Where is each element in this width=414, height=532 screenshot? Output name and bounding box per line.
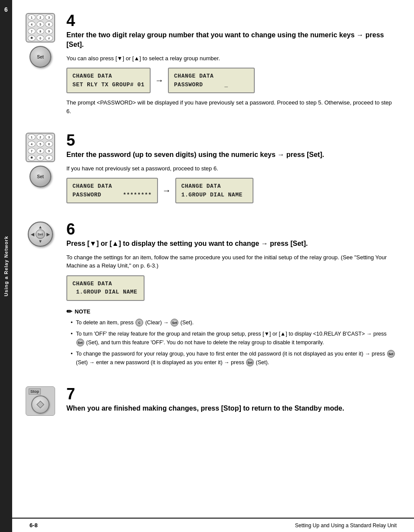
side-tab: 6 Using a Relay Network — [0, 0, 12, 532]
note-item-1: To delete an item, press C (Clear) → Set… — [71, 318, 397, 327]
arrow-left-icon: ◀ — [31, 232, 34, 237]
side-tab-label: Using a Relay Network — [3, 236, 9, 297]
step-6-row: ▲ ▼ ◀ ▶ Set 6 Press [▼] or [▲] to displa… — [21, 222, 397, 373]
key-0: 0 — [36, 35, 44, 41]
numpad-grid: 1 2 3 4 5 6 7 8 9 ✱ 0 # — [26, 13, 54, 42]
key-hashb: # — [45, 155, 53, 161]
note-item-3: To change the password for your relay gr… — [71, 349, 397, 367]
step-4-icons: 1 2 3 4 5 6 7 8 9 ✱ 0 # — [21, 13, 60, 68]
step-4-arrow: → — [155, 75, 164, 85]
set-inline-icon-2: Set — [76, 339, 84, 346]
set-button-icon: Set — [30, 46, 51, 68]
step-4-title: Enter the two digit relay group number t… — [66, 30, 397, 50]
key-1: 1 — [28, 14, 36, 20]
step-6-body: To change the settings for an item, foll… — [66, 253, 397, 270]
step-5-title: Enter the password (up to seven digits) … — [66, 150, 397, 160]
key-hash: # — [45, 35, 53, 41]
step-5-number: 5 — [66, 133, 397, 148]
pencil-icon: ✏ — [66, 307, 72, 316]
step-6-lcd-container: CHANGE DATA 1.GROUP DIAL NAME — [66, 275, 397, 301]
step-5-content: 5 Enter the password (up to seven digits… — [60, 133, 397, 209]
key-7: 7 — [28, 28, 36, 34]
step-4-lcd-container: CHANGE DATASET RLY TX GROUP# 01 → CHANGE… — [66, 68, 397, 93]
note-section: ✏ NOTE To delete an item, press C (Clear… — [66, 307, 397, 367]
step-6-lcd-single: CHANGE DATA 1.GROUP DIAL NAME — [66, 275, 145, 301]
key-7b: 7 — [28, 148, 36, 154]
key-4: 4 — [28, 21, 36, 27]
step-5-lcd-right: CHANGE DATA1.GROUP DIAL NAME — [175, 178, 253, 203]
step-5-lcd-left: CHANGE DATAPASSWORD ******** — [66, 178, 158, 203]
arrow-right-icon: ▶ — [46, 232, 50, 237]
key-6b: 6 — [45, 141, 53, 147]
step-4-lcd-left: CHANGE DATASET RLY TX GROUP# 01 — [66, 68, 151, 93]
step-4-body: You can also press [▼] or [▲] to select … — [66, 54, 397, 63]
step-5-icons: 1 2 3 4 5 6 7 8 9 ✱ 0 # Set — [21, 133, 60, 187]
set-inline-icon-1: Set — [171, 319, 178, 326]
stop-button-icon: Stop — [26, 386, 55, 416]
arrow-center-set: Set — [36, 229, 45, 239]
key-9b: 9 — [45, 148, 53, 154]
step-4-lcd-right: CHANGE DATAPASSWORD _ — [168, 68, 255, 93]
note-header: ✏ NOTE — [66, 307, 397, 316]
set-button-label: Set — [37, 55, 44, 59]
stop-button-label: Stop — [29, 388, 41, 395]
step-7-title: When you are finished making changes, pr… — [66, 404, 397, 413]
numpad-grid-5: 1 2 3 4 5 6 7 8 9 ✱ 0 # — [26, 133, 54, 162]
numpad-icon-5: 1 2 3 4 5 6 7 8 9 ✱ 0 # — [26, 133, 55, 162]
step-5-body: If you have not previously set a passwor… — [66, 164, 397, 173]
note-body: To delete an item, press C (Clear) → Set… — [66, 318, 397, 367]
stop-button-circle — [31, 395, 49, 414]
step-5-lcd-container: CHANGE DATAPASSWORD ******** → CHANGE DA… — [66, 178, 397, 203]
chapter-number: 6 — [0, 4, 12, 15]
set-inline-icon-4: Set — [246, 359, 254, 366]
set-inline-icon-3: Set — [387, 350, 395, 358]
footer-page-number: 6-8 — [30, 522, 38, 529]
key-2b: 2 — [36, 134, 44, 140]
key-2: 2 — [36, 14, 44, 20]
step-4-number: 4 — [66, 13, 397, 29]
note-item-2: To turn 'OFF' the relay feature for the … — [71, 330, 397, 347]
key-9: 9 — [45, 28, 53, 34]
clear-icon: C — [135, 319, 143, 326]
key-5b: 5 — [36, 141, 44, 147]
key-0b: 0 — [36, 155, 44, 161]
footer-description: Setting Up and Using a Standard Relay Un… — [295, 522, 397, 529]
key-8: 8 — [36, 28, 44, 34]
arrow-button-icon: ▲ ▼ ◀ ▶ Set — [28, 222, 53, 247]
page-footer: 6-8 Setting Up and Using a Standard Rela… — [12, 518, 414, 532]
step-7-number: 7 — [66, 386, 397, 402]
step-5-row: 1 2 3 4 5 6 7 8 9 ✱ 0 # Set — [21, 133, 397, 209]
key-1b: 1 — [28, 134, 36, 140]
key-4b: 4 — [28, 141, 36, 147]
key-5: 5 — [36, 21, 44, 27]
step-5-arrow: → — [162, 186, 171, 196]
key-star: ✱ — [28, 35, 36, 41]
step-6-icons: ▲ ▼ ◀ ▶ Set — [21, 222, 60, 247]
svg-marker-0 — [37, 401, 44, 408]
key-8b: 8 — [36, 148, 44, 154]
page-container: 6 Using a Relay Network 1 2 3 4 5 6 7 8 — [0, 0, 414, 532]
step-7-icons: Stop — [21, 386, 60, 416]
key-6: 6 — [45, 21, 53, 27]
stop-diamond-svg — [36, 400, 45, 409]
key-3: 3 — [45, 14, 53, 20]
note-header-text: NOTE — [75, 308, 90, 315]
step-4-content: 4 Enter the two digit relay group number… — [60, 13, 397, 120]
numpad-icon: 1 2 3 4 5 6 7 8 9 ✱ 0 # — [26, 13, 55, 42]
step-4-note: The prompt <PASSWORD> will be displayed … — [66, 98, 397, 115]
arrow-up-icon: ▲ — [38, 225, 43, 229]
step-7-content: 7 When you are finished making changes, … — [60, 386, 397, 418]
step-4-row: 1 2 3 4 5 6 7 8 9 ✱ 0 # — [21, 13, 397, 120]
main-content: 1 2 3 4 5 6 7 8 9 ✱ 0 # — [12, 0, 414, 532]
key-starb: ✱ — [28, 155, 36, 161]
step-7-row: Stop 7 When you are finished making chan… — [21, 386, 397, 418]
key-3b: 3 — [45, 134, 53, 140]
step-6-number: 6 — [66, 222, 397, 237]
arrow-down-icon: ▼ — [38, 239, 43, 244]
step-6-content: 6 Press [▼] or [▲] to display the settin… — [60, 222, 397, 373]
set-button-icon-5: Set — [30, 166, 51, 187]
step-6-title: Press [▼] or [▲] to display the setting … — [66, 239, 397, 248]
set-button-label-5: Set — [37, 174, 44, 179]
